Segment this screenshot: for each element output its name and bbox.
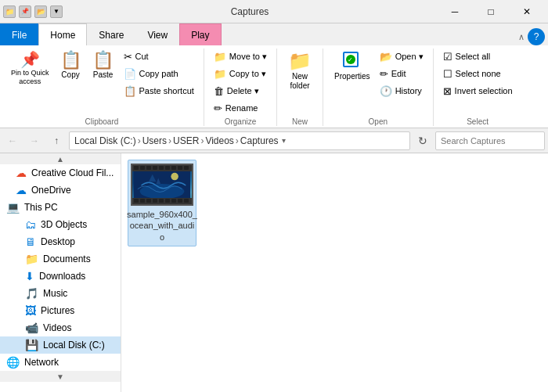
new-folder-icon: 📁 bbox=[288, 52, 312, 70]
invert-selection-button[interactable]: ⊠ Invert selection bbox=[440, 83, 516, 99]
path-part-localdisk[interactable]: Local Disk (C:) bbox=[74, 135, 136, 146]
select-all-button[interactable]: ☑ Select all bbox=[440, 49, 516, 64]
copy-button[interactable]: 📋 Copy bbox=[56, 49, 86, 91]
copy-to-button[interactable]: 📁 Copy to ▾ bbox=[211, 66, 270, 81]
copy-paste-col: 📋 Copy bbox=[56, 49, 86, 91]
documents-icon: 📁 bbox=[25, 253, 38, 265]
sidebar-item-network[interactable]: 🌐 Network bbox=[0, 354, 121, 371]
open-button[interactable]: 📂 Open ▾ bbox=[377, 49, 427, 64]
main-content: ▲ ☁ Creative Cloud Fil... ☁ OneDrive 💻 T… bbox=[0, 153, 548, 392]
path-part-users[interactable]: Users bbox=[142, 135, 167, 146]
sidebar-scroll-up[interactable]: ▲ bbox=[0, 153, 121, 164]
sidebar-item-3d-objects[interactable]: 🗂 3D Objects bbox=[0, 216, 121, 233]
sidebar-label-local-disk: Local Disk (C:) bbox=[43, 340, 105, 351]
close-button[interactable]: ✕ bbox=[509, 0, 545, 23]
film-hole bbox=[178, 199, 182, 203]
history-icon: 🕐 bbox=[380, 85, 392, 97]
address-bar: ← → ↑ Local Disk (C:) › Users › USER › V… bbox=[0, 128, 548, 153]
film-hole bbox=[159, 166, 164, 170]
file-area[interactable]: sample_960x400_ ocean_with_audi o bbox=[121, 153, 548, 392]
back-button[interactable]: ← bbox=[3, 131, 22, 150]
sidebar-item-desktop[interactable]: 🖥 Desktop bbox=[0, 233, 121, 250]
film-hole bbox=[146, 166, 151, 170]
edit-button[interactable]: ✏ Edit bbox=[377, 66, 427, 81]
sidebar-label-network: Network bbox=[24, 357, 59, 368]
ribbon-collapse[interactable]: ∧ bbox=[518, 32, 525, 42]
organize-label: Organize bbox=[225, 116, 257, 126]
copy-label: Copy bbox=[61, 70, 79, 80]
tab-view[interactable]: View bbox=[135, 23, 179, 45]
sidebar-item-videos[interactable]: 📹 Videos bbox=[0, 319, 121, 336]
sidebar-item-documents[interactable]: 📁 Documents bbox=[0, 250, 121, 268]
sidebar-item-this-pc[interactable]: 💻 This PC bbox=[0, 199, 121, 216]
sidebar-label-pictures: Pictures bbox=[41, 305, 74, 316]
file-item[interactable]: sample_960x400_ ocean_with_audi o bbox=[128, 160, 196, 246]
organize-content: 📁 Move to ▾ 📁 Copy to ▾ 🗑 Delete ▾ ✏ Ren… bbox=[211, 49, 270, 116]
invert-selection-icon: ⊠ bbox=[443, 85, 452, 97]
rename-label: Rename bbox=[225, 103, 258, 113]
title-bar-icons: 📁 📌 📂 ▼ bbox=[3, 5, 63, 18]
path-part-captures[interactable]: Captures bbox=[240, 135, 279, 146]
tab-home[interactable]: Home bbox=[38, 23, 87, 45]
sidebar-item-onedrive[interactable]: ☁ OneDrive bbox=[0, 182, 121, 199]
dropdown-arrow[interactable]: ▼ bbox=[50, 5, 63, 18]
select-all-icon: ☑ bbox=[443, 51, 452, 63]
paste-shortcut-button[interactable]: 📋 Paste shortcut bbox=[121, 83, 197, 99]
forward-button[interactable]: → bbox=[25, 131, 44, 150]
new-content: 📁 Newfolder bbox=[283, 49, 316, 116]
path-sep-3: › bbox=[200, 135, 204, 146]
paste-button[interactable]: 📋 Paste bbox=[88, 49, 119, 91]
ocean-preview bbox=[134, 170, 190, 200]
copy-path-button[interactable]: 📄 Copy path bbox=[121, 66, 197, 81]
clipboard-content: 📌 Pin to Quickaccess 📋 Copy 📋 Paste ✂ Cu… bbox=[6, 49, 197, 116]
sidebar-item-downloads[interactable]: ⬇ Downloads bbox=[0, 268, 121, 285]
properties-button[interactable]: ✓ Properties bbox=[330, 49, 375, 91]
sidebar-item-music[interactable]: 🎵 Music bbox=[0, 285, 121, 302]
pin-to-quick-access-button[interactable]: 📌 Pin to Quickaccess bbox=[6, 49, 54, 89]
film-hole bbox=[140, 166, 145, 170]
refresh-button[interactable]: ↻ bbox=[413, 131, 432, 150]
search-input[interactable] bbox=[441, 136, 548, 146]
tab-file[interactable]: File bbox=[0, 23, 38, 45]
select-all-label: Select all bbox=[456, 52, 491, 61]
tab-play[interactable]: Play bbox=[179, 23, 221, 45]
film-hole bbox=[165, 199, 170, 203]
sidebar-label-downloads: Downloads bbox=[39, 271, 85, 282]
new-folder-button[interactable]: 📁 Newfolder bbox=[283, 49, 316, 91]
desktop-icon: 🖥 bbox=[25, 236, 36, 248]
rename-button[interactable]: ✏ Rename bbox=[211, 100, 270, 116]
3d-objects-icon: 🗂 bbox=[25, 218, 36, 231]
clipboard-label: Clipboard bbox=[85, 116, 119, 126]
sidebar-scroll-down[interactable]: ▼ bbox=[0, 371, 121, 382]
delete-icon: 🗑 bbox=[214, 85, 224, 97]
paste-shortcut-label: Paste shortcut bbox=[139, 86, 194, 95]
film-hole bbox=[178, 166, 182, 170]
minimize-button[interactable]: ─ bbox=[437, 0, 473, 23]
sidebar-item-pictures[interactable]: 🖼 Pictures bbox=[0, 302, 121, 319]
ribbon-group-clipboard: 📌 Pin to Quickaccess 📋 Copy 📋 Paste ✂ Cu… bbox=[0, 49, 204, 126]
history-button[interactable]: 🕐 History bbox=[377, 83, 427, 99]
window-controls: ─ □ ✕ bbox=[437, 0, 545, 23]
cut-button[interactable]: ✂ Cut bbox=[121, 49, 197, 64]
ribbon-group-open: ✓ Properties 📂 Open ▾ ✏ Edit 🕐 History bbox=[323, 49, 434, 126]
search-box[interactable]: 🔍 bbox=[435, 131, 545, 150]
path-part-user[interactable]: USER bbox=[173, 135, 199, 146]
pictures-icon: 🖼 bbox=[25, 304, 36, 317]
file-thumbnail bbox=[131, 164, 193, 206]
select-none-button[interactable]: ☐ Select none bbox=[440, 66, 516, 81]
sidebar-item-local-disk[interactable]: 💾 Local Disk (C:) bbox=[0, 336, 121, 354]
sidebar-item-creative-cloud[interactable]: ☁ Creative Cloud Fil... bbox=[0, 164, 121, 182]
app-icon: 📁 bbox=[3, 5, 16, 18]
folder-icon: 📂 bbox=[34, 5, 47, 18]
select-label: Select bbox=[467, 116, 489, 126]
address-path[interactable]: Local Disk (C:) › Users › USER › Videos … bbox=[69, 131, 410, 150]
path-part-videos[interactable]: Videos bbox=[205, 135, 233, 146]
help-button[interactable]: ? bbox=[528, 28, 545, 45]
maximize-button[interactable]: □ bbox=[473, 0, 509, 23]
tab-share[interactable]: Share bbox=[87, 23, 135, 45]
up-button[interactable]: ↑ bbox=[47, 131, 66, 150]
select-col: ☑ Select all ☐ Select none ⊠ Invert sele… bbox=[440, 49, 516, 99]
path-dropdown-arrow[interactable]: ▾ bbox=[282, 136, 286, 145]
delete-button[interactable]: 🗑 Delete ▾ bbox=[211, 83, 270, 99]
move-to-button[interactable]: 📁 Move to ▾ bbox=[211, 49, 270, 64]
